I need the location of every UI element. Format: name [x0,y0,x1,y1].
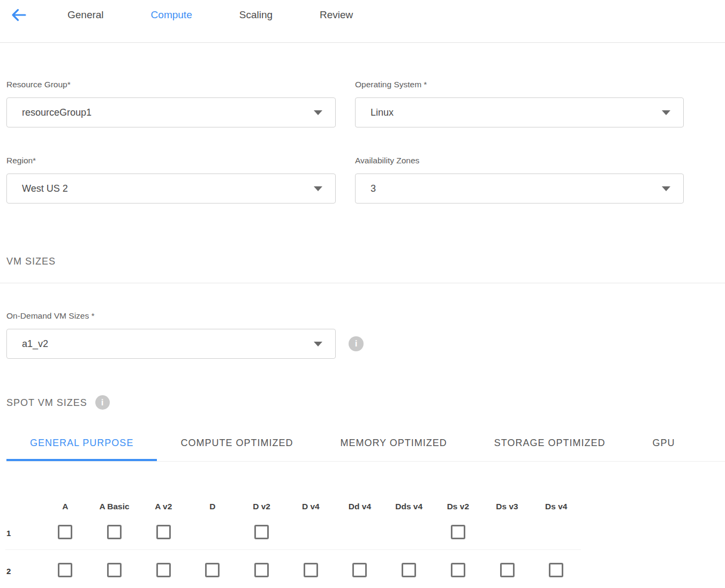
vm-size-checkbox-ds-v2-row1[interactable] [451,525,465,539]
vm-size-checkbox-dd-v4-row2[interactable] [352,563,367,577]
vm-size-row-1: 1 [5,511,581,550]
cell-dds-v4-row2 [384,563,434,579]
column-header-d-v2: D v2 [237,502,286,511]
cell-d-v2-row1 [237,525,286,541]
cell-d-v4-row2 [286,563,335,579]
spot-tab-gpu[interactable]: GPU [629,430,698,461]
availability-zones-select[interactable]: 3 [355,174,684,203]
arrow-left-icon [10,8,26,22]
cell-a-basic-row2 [90,563,139,579]
column-header-dd-v4: Dd v4 [335,502,384,511]
info-icon[interactable]: i [349,336,364,351]
row-label-2: 2 [5,567,41,576]
region-value: West US 2 [22,183,68,194]
operating-system-label: Operating System * [355,79,684,89]
vm-size-checkbox-a-basic-row1[interactable] [107,525,122,539]
chevron-down-icon [314,110,322,115]
spot-category-tabs: GENERAL PURPOSECOMPUTE OPTIMIZEDMEMORY O… [6,430,725,462]
field-availability-zones: Availability Zones3 [355,155,684,203]
on-demand-vm-sizes-label: On-Demand VM Sizes * [6,311,684,321]
wizard-nav: GeneralComputeScalingReview [0,0,725,43]
wizard-tabs: GeneralComputeScalingReview [44,7,376,22]
region-select[interactable]: West US 2 [6,174,336,203]
field-operating-system: Operating System *Linux [355,79,684,127]
region-label: Region* [6,155,336,165]
vm-size-checkbox-a-basic-row2[interactable] [107,563,122,577]
cell-a-basic-row1 [90,525,139,541]
chevron-down-icon [662,110,670,115]
column-header-ds-v3: Ds v3 [482,502,532,511]
field-resource-group: Resource Group*resourceGroup1 [6,79,336,127]
operating-system-value: Linux [371,107,394,118]
field-on-demand-vm-sizes: On-Demand VM Sizes * a1_v2 i [6,311,684,359]
info-icon[interactable]: i [95,395,110,410]
availability-zones-value: 3 [371,183,376,194]
vm-size-checkbox-a-row2[interactable] [58,563,72,577]
cell-a-row1 [41,525,90,541]
row-label-1: 1 [5,529,41,538]
tab-general[interactable]: General [44,7,127,22]
on-demand-vm-sizes-select[interactable]: a1_v2 [6,329,336,359]
vm-size-checkbox-ds-v3-row2[interactable] [500,563,515,577]
vm-size-checkbox-d-v2-row1[interactable] [254,525,269,539]
resource-group-label: Resource Group* [6,79,336,89]
column-header-a-basic: A Basic [90,502,139,511]
vm-size-checkbox-ds-v2-row2[interactable] [451,563,465,577]
vm-size-checkbox-a-v2-row2[interactable] [156,563,171,577]
cell-dd-v4-row2 [335,563,384,579]
tab-scaling[interactable]: Scaling [216,7,296,22]
vm-size-checkbox-ds-v4-row2[interactable] [549,563,563,577]
resource-group-select[interactable]: resourceGroup1 [6,97,336,127]
resource-group-value: resourceGroup1 [22,107,92,118]
cell-ds-v2-row1 [434,525,483,541]
column-header-dds-v4: Dds v4 [384,502,434,511]
compute-form: Resource Group*resourceGroup1Operating S… [6,79,684,231]
spot-tab-general-purpose[interactable]: GENERAL PURPOSE [6,430,157,461]
availability-zones-label: Availability Zones [355,155,684,165]
cell-a-v2-row1 [139,525,188,541]
operating-system-select[interactable]: Linux [355,97,684,127]
on-demand-vm-sizes-value: a1_v2 [22,338,48,350]
back-button[interactable] [10,7,27,22]
vm-size-checkbox-d-row2[interactable] [205,563,220,577]
column-header-d: D [188,502,237,511]
column-header-a-v2: A v2 [139,502,188,511]
column-header-d-v4: D v4 [286,502,335,511]
spot-tab-memory-optimized[interactable]: MEMORY OPTIMIZED [316,430,470,461]
vm-size-table-header: AA BasicA v2DD v2D v4Dd v4Dds v4Ds v2Ds … [5,502,581,511]
vm-size-checkbox-a-v2-row1[interactable] [156,525,171,539]
vm-size-checkbox-dds-v4-row2[interactable] [402,563,416,577]
tab-review[interactable]: Review [296,7,376,22]
column-header-ds-v4: Ds v4 [532,502,581,511]
cell-ds-v4-row2 [532,563,581,579]
cell-d-row2 [188,563,237,579]
cell-a-row2 [41,563,90,579]
chevron-down-icon [314,186,322,191]
chevron-down-icon [662,186,670,191]
spot-vm-size-table: AA BasicA v2DD v2D v4Dd v4Dds v4Ds v2Ds … [5,502,581,579]
spot-tab-storage-optimized[interactable]: STORAGE OPTIMIZED [471,430,629,461]
column-header-ds-v2: Ds v2 [434,502,483,511]
cell-ds-v3-row2 [482,563,532,579]
vm-sizes-heading: VM SIZES [6,256,684,267]
vm-size-checkbox-d-v4-row2[interactable] [304,563,318,577]
vm-size-checkbox-a-row1[interactable] [58,525,72,539]
vm-size-checkbox-d-v2-row2[interactable] [254,563,269,577]
cell-ds-v2-row2 [434,563,483,579]
chevron-down-icon [314,342,322,346]
spot-vm-sizes-heading: SPOT VM SIZES [6,397,87,408]
cell-d-v2-row2 [237,563,286,579]
spot-tab-compute-optimized[interactable]: COMPUTE OPTIMIZED [157,430,316,461]
cell-a-v2-row2 [139,563,188,579]
section-divider [0,283,725,283]
tab-compute[interactable]: Compute [127,7,216,22]
field-region: Region*West US 2 [6,155,336,203]
vm-size-row-2: 2 [5,550,581,579]
column-header-a: A [41,502,90,511]
